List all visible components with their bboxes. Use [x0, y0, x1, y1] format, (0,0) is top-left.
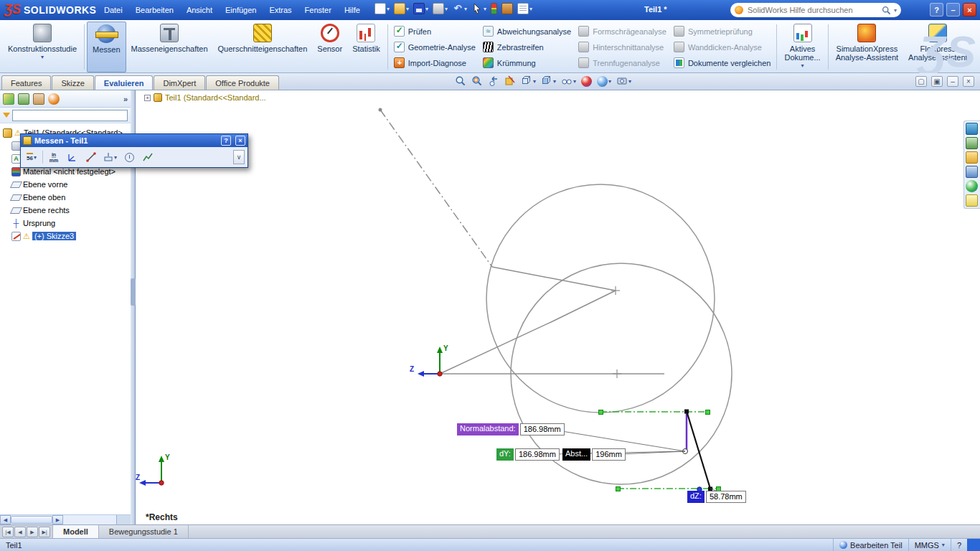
status-help-button[interactable]: ? — [951, 539, 967, 551]
viewport-breadcrumb[interactable]: + Teil1 (Standard<<Standard... — [144, 93, 266, 102]
menu-extras[interactable]: Extras — [263, 3, 298, 17]
expand-plus-icon[interactable]: + — [144, 95, 151, 101]
search-icon[interactable] — [882, 6, 891, 15]
display-manager-tab-icon[interactable] — [48, 93, 60, 105]
tab-bewegungsstudie[interactable]: Bewegungsstudie 1 — [99, 525, 189, 538]
panel-horizontal-scrollbar[interactable]: ◀ ▶ — [0, 514, 131, 524]
panel-overflow-icon[interactable]: » — [123, 95, 128, 103]
units-precision-button[interactable]: in mm — [46, 149, 62, 165]
close-button[interactable]: × — [963, 3, 976, 17]
callout-abstand[interactable]: Abst... 196mm — [562, 448, 626, 461]
statistics-button[interactable]: Statistik — [347, 22, 385, 72]
dialog-close-button[interactable]: × — [235, 136, 245, 146]
doc-window-button-1[interactable]: ▢ — [915, 76, 927, 87]
dropdown-arrow-icon[interactable]: ▾ — [529, 6, 532, 12]
nav-prev-icon[interactable]: ◀ — [14, 527, 26, 537]
scroll-right-icon[interactable]: ▶ — [52, 515, 63, 524]
import-diagnostics-button[interactable]: Import-Diagnose — [394, 55, 476, 70]
dropdown-arrow-icon[interactable]: ▾ — [41, 54, 44, 60]
zebra-stripes-button[interactable]: Zebrastreifen — [483, 39, 571, 55]
dropdown-arrow-icon[interactable]: ▾ — [445, 6, 448, 12]
previous-view-button[interactable] — [486, 75, 501, 88]
tab-dimxpert[interactable]: DimXpert — [154, 75, 205, 90]
dialog-expand-icon[interactable]: ∨ — [233, 150, 245, 164]
tab-evaluieren[interactable]: Evaluieren — [95, 75, 154, 90]
mass-properties-button[interactable]: Masseneigenschaften — [126, 22, 213, 72]
scrollbar-thumb[interactable] — [11, 516, 52, 524]
dropdown-arrow-icon[interactable]: ▾ — [425, 6, 428, 12]
hide-show-items-button[interactable]: ▾ — [560, 75, 578, 88]
tree-item-ursprung[interactable]: ┼ Ursprung — [1, 217, 131, 230]
graphics-viewport[interactable]: Y Z — [136, 90, 980, 524]
parting-line-analysis-button[interactable]: Trennfugenanalyse — [578, 55, 666, 70]
undercut-analysis-button[interactable]: Hinterschnittanalyse — [578, 39, 666, 55]
view-orientation-button[interactable]: ▾ — [519, 75, 537, 88]
measure-dialog-titlebar[interactable]: Messen - Teil1 ? × — [21, 134, 248, 147]
view-palette-icon[interactable] — [966, 166, 978, 178]
task-pane-toggle[interactable] — [967, 539, 980, 551]
callout-dz[interactable]: dZ: 58.78mm — [687, 491, 746, 503]
dropdown-arrow-icon[interactable]: ▾ — [608, 78, 611, 85]
rebuild-button[interactable] — [489, 2, 499, 15]
projection-options-button[interactable]: ▾ — [102, 149, 118, 165]
design-library-folder-icon[interactable] — [966, 151, 978, 164]
measure-button[interactable]: Messen — [87, 22, 126, 72]
feature-manager-tab-icon[interactable] — [3, 93, 14, 105]
dropdown-arrow-icon[interactable]: ▾ — [801, 62, 804, 69]
thickness-analysis-button[interactable]: Wanddicken-Analyse — [674, 39, 771, 55]
minimize-button[interactable]: – — [946, 3, 960, 17]
tree-item-ebene-vorne[interactable]: Ebene vorne — [1, 178, 131, 191]
dropdown-arrow-icon[interactable]: ▾ — [573, 78, 576, 85]
tab-modell[interactable]: Modell — [53, 525, 99, 538]
menu-datei[interactable]: Datei — [98, 3, 129, 17]
dialog-help-button[interactable]: ? — [221, 136, 231, 146]
tab-office-produkte[interactable]: Office Produkte — [206, 75, 279, 90]
new-document-button[interactable]: ▾ — [373, 2, 391, 15]
options-button[interactable] — [500, 2, 514, 15]
arc-circle-measure-button[interactable]: 56 ▾ — [24, 149, 39, 165]
menu-bearbeiten[interactable]: Bearbeiten — [129, 3, 180, 17]
help-button[interactable]: ? — [930, 3, 943, 17]
help-search-input[interactable] — [746, 5, 879, 15]
nav-last-icon[interactable]: ▶| — [39, 527, 50, 537]
save-button[interactable]: ▾ — [412, 2, 430, 15]
menu-ansicht[interactable]: Ansicht — [180, 3, 219, 17]
nav-first-icon[interactable]: |◀ — [2, 527, 14, 537]
apply-scene-button[interactable]: ▾ — [595, 75, 613, 88]
floxpress-button[interactable]: FloXpress Analyseassistent — [903, 22, 973, 72]
dropdown-arrow-icon[interactable]: ▾ — [484, 6, 486, 12]
print-button[interactable]: ▾ — [431, 2, 449, 15]
undo-button[interactable]: ↶▾ — [451, 2, 468, 15]
measurement-graph-button[interactable] — [140, 149, 156, 165]
curvature-button[interactable]: Krümmung — [483, 55, 571, 70]
section-properties-button[interactable]: Querschnitteigenschaften — [213, 22, 313, 72]
resources-tab-icon[interactable] — [966, 123, 978, 135]
edit-appearance-button[interactable] — [580, 75, 593, 88]
open-button[interactable]: ▾ — [392, 2, 410, 15]
doc-minimize-button[interactable]: – — [947, 76, 958, 87]
dropdown-arrow-icon[interactable]: ▾ — [553, 78, 556, 85]
measure-dialog[interactable]: Messen - Teil1 ? × 56 ▾ in mm — [20, 133, 248, 168]
display-style-button[interactable]: ▾ — [540, 75, 557, 88]
simulationxpress-button[interactable]: SimulationXpress Analyse-Assistent — [831, 22, 903, 72]
view-list-button[interactable]: ▾ — [516, 2, 534, 15]
sensor-button[interactable]: Sensor — [312, 22, 347, 72]
configuration-manager-tab-icon[interactable] — [33, 93, 44, 105]
status-units-selector[interactable]: MMGS ▾ — [908, 539, 951, 551]
appearances-ball-icon[interactable] — [966, 180, 978, 192]
splitter-grip[interactable] — [131, 278, 136, 306]
show-xyz-button[interactable] — [65, 149, 80, 165]
dropdown-arrow-icon[interactable]: ▾ — [34, 154, 37, 161]
callout-dy[interactable]: dY: 186.98mm — [496, 448, 560, 461]
select-button[interactable]: ▾ — [470, 2, 488, 15]
help-search-box[interactable]: ▾ — [730, 3, 901, 17]
custom-properties-icon[interactable] — [966, 194, 978, 207]
menu-fenster[interactable]: Fenster — [298, 3, 338, 17]
draft-analysis-button[interactable]: Formschrägeanalyse — [578, 24, 666, 39]
tree-item-ebene-rechts[interactable]: Ebene rechts — [1, 204, 131, 217]
dropdown-arrow-icon[interactable]: ▾ — [533, 78, 536, 85]
tree-filter-input[interactable] — [12, 110, 128, 121]
dropdown-arrow-icon[interactable]: ▾ — [464, 6, 467, 12]
view-settings-button[interactable]: ▾ — [615, 75, 633, 88]
design-study-button[interactable]: Konstruktionsstudie ▾ — [3, 22, 82, 72]
